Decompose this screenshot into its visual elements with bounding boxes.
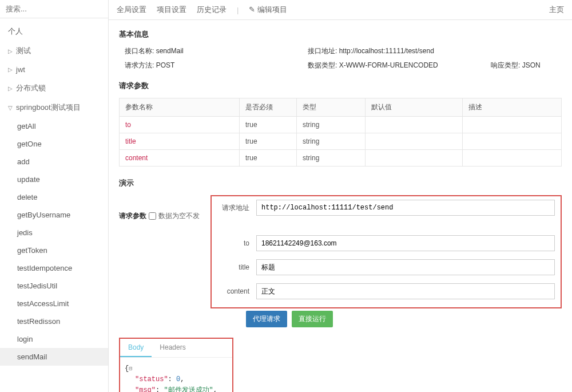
nav-home[interactable]: 主页	[549, 5, 564, 15]
form-row-url: 请求地址	[217, 200, 555, 216]
param-type: string	[297, 117, 366, 133]
tree-child[interactable]: testJedisUtil	[0, 277, 108, 295]
param-required: true	[240, 150, 297, 167]
demo-title: 演示	[119, 178, 562, 188]
nav-project[interactable]: 项目设置	[157, 5, 186, 15]
tree-node-label: 分布式锁	[16, 83, 46, 93]
tab-headers[interactable]: Headers	[152, 339, 193, 357]
json-body: {⊟ "status": 0, "msg": "邮件发送成功", "data":…	[120, 358, 232, 392]
field-content-input[interactable]	[256, 283, 555, 299]
basic-info-grid: 接口名称: sendMail 接口地址: http://localhost:11…	[125, 46, 562, 70]
param-name: content	[120, 150, 240, 167]
content: 基本信息 接口名称: sendMail 接口地址: http://localho…	[109, 20, 572, 392]
th-type: 类型	[297, 98, 366, 117]
result-box: Body Headers {⊟ "status": 0, "msg": "邮件发…	[119, 338, 233, 392]
field-label: to	[217, 239, 249, 247]
param-desc	[463, 150, 562, 167]
tab-body[interactable]: Body	[120, 339, 152, 357]
nav-divider: |	[237, 6, 239, 14]
tree-node[interactable]: ▷jwt	[0, 61, 108, 78]
demo-wrapper: 请求参数 数据为空不发 请求地址	[119, 195, 562, 308]
sidebar: 个人 ▷测试 ▷jwt ▷分布式锁 ▽springboot测试项目 getAll…	[0, 0, 109, 392]
th-default: 默认值	[366, 98, 463, 117]
tree-child[interactable]: getByUsername	[0, 206, 108, 224]
search-input[interactable]	[6, 5, 102, 13]
tree-child[interactable]: jedis	[0, 224, 108, 241]
params-title: 请求参数	[119, 81, 562, 91]
info-response: 响应类型: JSON	[491, 61, 562, 70]
demo-form-highlight: 请求地址 to title	[210, 195, 562, 308]
params-table: 参数名称 是否必须 类型 默认值 描述 to true string	[119, 98, 562, 167]
param-desc	[463, 117, 562, 133]
param-default	[366, 133, 463, 150]
field-title-input[interactable]	[256, 259, 555, 275]
tree-child[interactable]: delete	[0, 188, 108, 206]
param-name: to	[120, 117, 240, 133]
tree-child-selected[interactable]: sendMail	[0, 348, 108, 366]
collapse-icon[interactable]: ⊟	[129, 366, 132, 372]
param-type: string	[297, 150, 366, 167]
th-name: 参数名称	[120, 98, 240, 117]
param-row: to true string	[120, 117, 562, 133]
req-url-label: 请求地址	[217, 203, 249, 213]
nav-history[interactable]: 历史记录	[197, 5, 227, 15]
tree-child[interactable]: login	[0, 330, 108, 348]
tree-node-label: jwt	[16, 65, 25, 74]
caret-right-icon: ▷	[8, 48, 14, 54]
caret-right-icon: ▷	[8, 85, 14, 92]
info-datatype: 数据类型: X-WWW-FORM-URLENCODED	[308, 61, 485, 70]
param-desc	[463, 133, 562, 150]
tree-child[interactable]: getAll	[0, 117, 108, 135]
form-row-content: content	[217, 283, 555, 299]
topnav: 全局设置 项目设置 历史记录 | ✎编辑项目 主页	[109, 0, 572, 20]
tree-child[interactable]: testRedisson	[0, 312, 108, 330]
tree-node[interactable]: ▽springboot测试项目	[0, 98, 108, 117]
req-url-input[interactable]	[256, 200, 555, 216]
proxy-request-button[interactable]: 代理请求	[246, 311, 287, 327]
tree-node[interactable]: ▷测试	[0, 41, 108, 61]
tree-child[interactable]: getToken	[0, 241, 108, 259]
field-label: title	[217, 263, 249, 271]
edit-icon: ✎	[249, 5, 255, 14]
tree-child[interactable]: update	[0, 171, 108, 188]
param-required: true	[240, 117, 297, 133]
nav-edit[interactable]: ✎编辑项目	[249, 5, 287, 15]
param-default	[366, 117, 463, 133]
search-box	[0, 0, 108, 18]
req-params-label: 请求参数	[119, 211, 146, 221]
tree-node[interactable]: ▷分布式锁	[0, 78, 108, 98]
request-params-row: 请求参数 数据为空不发	[119, 211, 210, 221]
param-required: true	[240, 133, 297, 150]
info-url: 接口地址: http://localhost:11111/test/send	[308, 46, 485, 56]
basic-info-title: 基本信息	[119, 29, 562, 39]
tree-child[interactable]: testIdempotence	[0, 259, 108, 277]
info-name: 接口名称: sendMail	[125, 46, 302, 56]
main: 全局设置 项目设置 历史记录 | ✎编辑项目 主页 基本信息 接口名称: sen…	[109, 0, 572, 392]
sidebar-section-label: 个人	[0, 18, 108, 41]
sidebar-tree: ▷测试 ▷jwt ▷分布式锁 ▽springboot测试项目 getAll ge…	[0, 41, 108, 392]
tree-child[interactable]: getOne	[0, 135, 108, 153]
caret-right-icon: ▷	[8, 66, 14, 73]
form-row-to: to	[217, 235, 555, 251]
tree-child[interactable]: testAccessLimit	[0, 295, 108, 312]
th-desc: 描述	[463, 98, 562, 117]
param-name: title	[120, 133, 240, 150]
th-required: 是否必须	[240, 98, 297, 117]
empty-not-send-checkbox[interactable]	[149, 212, 156, 220]
param-default	[366, 150, 463, 167]
param-type: string	[297, 133, 366, 150]
empty-not-send-label: 数据为空不发	[158, 211, 200, 221]
field-to-input[interactable]	[256, 235, 555, 251]
caret-down-icon: ▽	[8, 105, 14, 111]
info-method: 请求方法: POST	[125, 61, 302, 70]
form-row-title: title	[217, 259, 555, 275]
nav-global[interactable]: 全局设置	[117, 5, 146, 15]
direct-run-button[interactable]: 直接运行	[292, 311, 333, 327]
nav-edit-label: 编辑项目	[257, 5, 287, 14]
tree-node-label: 测试	[16, 46, 31, 56]
field-label: content	[217, 287, 249, 295]
result-tabs: Body Headers	[120, 339, 232, 358]
tree-child[interactable]: add	[0, 153, 108, 171]
param-row: title true string	[120, 133, 562, 150]
tree-node-label: springboot测试项目	[16, 102, 81, 113]
